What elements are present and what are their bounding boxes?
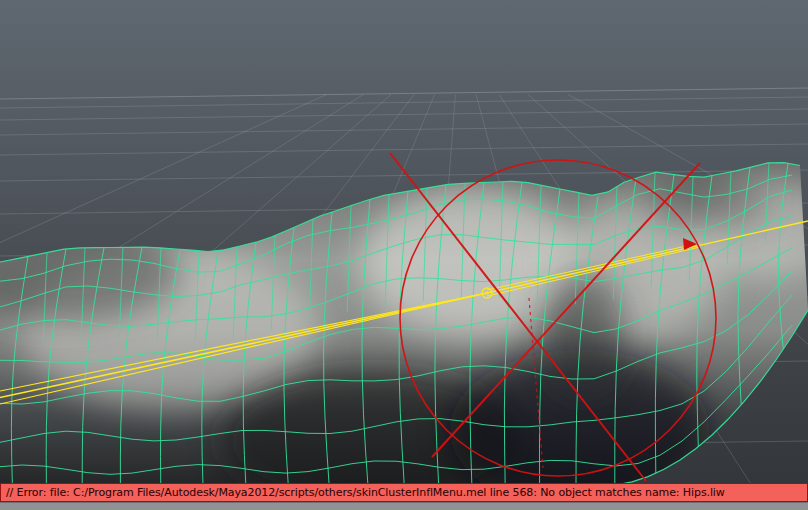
viewport-panel[interactable]	[0, 0, 808, 483]
error-message: // Error: file: C:/Program Files/Autodes…	[6, 484, 725, 501]
viewport-canvas[interactable]	[0, 0, 808, 483]
command-feedback-bar: // Error: file: C:/Program Files/Autodes…	[0, 483, 808, 502]
window-bottom-strip	[0, 502, 808, 510]
maya-window: // Error: file: C:/Program Files/Autodes…	[0, 0, 808, 510]
